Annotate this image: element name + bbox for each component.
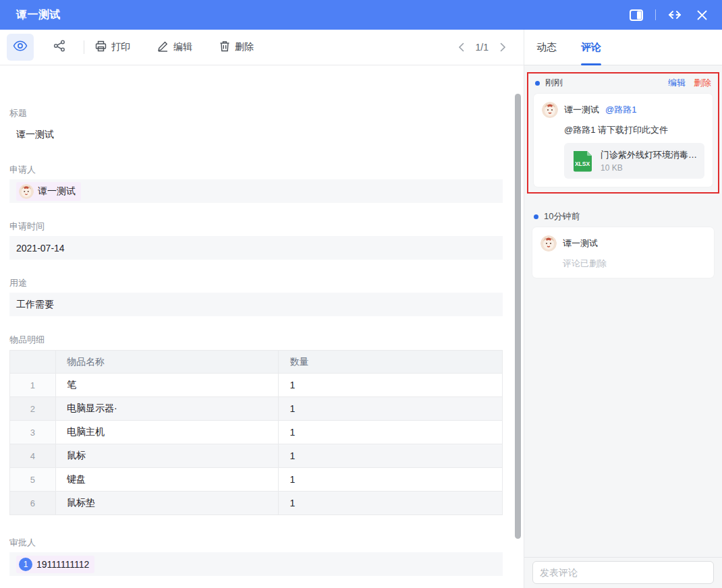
row-name: 鼠标垫 <box>55 492 279 515</box>
vertical-scrollbar[interactable] <box>515 94 521 539</box>
row-index: 4 <box>10 444 56 468</box>
approver-phone: 19111111112 <box>36 559 89 570</box>
comment-card: 谭一测试 评论已删除 <box>532 227 714 278</box>
resize-horizontal-icon[interactable] <box>667 7 683 23</box>
table-row: 6 鼠标垫 1 <box>10 492 503 515</box>
attachment-card[interactable]: XLSX 门诊紫外线灯环境消毒... .xlsx 10 KB <box>564 143 704 179</box>
table-header-index <box>10 351 56 374</box>
attachment-meta: 门诊紫外线灯环境消毒... .xlsx 10 KB <box>601 149 698 173</box>
row-name: 电脑主机 <box>55 421 279 444</box>
row-qty: 1 <box>279 421 503 444</box>
delete-button[interactable]: 删除 <box>219 40 254 54</box>
comment-delete-link[interactable]: 删除 <box>694 77 711 89</box>
document-toolbar: 打印 编辑 删除 1/1 <box>0 30 524 65</box>
sidebar-toggle-icon[interactable] <box>628 7 644 23</box>
row-index: 3 <box>10 421 56 444</box>
titlebar-divider <box>655 9 656 20</box>
approval-detail-window: 谭一测试 <box>0 0 722 588</box>
table-header-row: 物品名称 数量 <box>10 351 503 374</box>
row-name: 鼠标 <box>55 444 279 468</box>
comment-author-row: 谭一测试 <box>540 235 706 252</box>
svg-text:XLSX: XLSX <box>575 160 590 167</box>
row-qty: 1 <box>279 444 503 468</box>
table-header-qty: 数量 <box>279 351 503 374</box>
table-row: 5 键盘 1 <box>10 468 503 492</box>
titlebar-actions <box>628 7 710 23</box>
row-qty: 1 <box>279 468 503 492</box>
approver-label: 审批人 <box>9 537 36 549</box>
comment-mention[interactable]: @路路1 <box>605 104 636 116</box>
close-icon[interactable] <box>694 7 710 23</box>
comment-actions: 编辑 删除 <box>668 77 711 89</box>
titlebar: 谭一测试 <box>0 0 722 30</box>
comment-text: @路路1 请下载打印此文件 <box>564 124 704 136</box>
print-label: 打印 <box>111 41 130 53</box>
comment-composer <box>524 557 722 588</box>
row-qty: 1 <box>279 397 503 421</box>
table-row: 2 电脑显示器· 1 <box>10 397 503 421</box>
row-index: 1 <box>10 374 56 397</box>
eye-icon <box>13 40 28 54</box>
row-index: 6 <box>10 492 56 515</box>
items-label: 物品明细 <box>9 334 45 346</box>
comment-group-header: 刚刚 编辑 删除 <box>528 74 718 92</box>
items-table: 物品名称 数量 1 笔 1 2 电脑显示器· 1 3 电脑主机 1 <box>9 350 503 515</box>
page-indicator: 1/1 <box>476 42 489 53</box>
table-row: 3 电脑主机 1 <box>10 421 503 444</box>
table-row: 1 笔 1 <box>10 374 503 397</box>
field-value-title: 谭一测试 <box>16 129 54 141</box>
field-label-date: 申请时间 <box>9 220 45 233</box>
printer-icon <box>95 40 107 54</box>
field-label-purpose: 用途 <box>9 277 27 289</box>
avatar <box>19 184 34 199</box>
purpose-value: 工作需要 <box>16 299 54 311</box>
document-pane: 打印 编辑 删除 1/1 <box>0 30 524 588</box>
row-name: 电脑显示器· <box>55 397 279 421</box>
xlsx-file-icon: XLSX <box>571 150 594 173</box>
row-index: 5 <box>10 468 56 492</box>
pencil-icon <box>157 40 169 54</box>
tab-activity[interactable]: 动态 <box>536 30 557 65</box>
avatar <box>540 235 557 252</box>
approver-value: 1 19111111112 <box>9 552 503 576</box>
panel-tabs: 动态 评论 <box>524 30 722 65</box>
attachment-size: 10 KB <box>601 163 698 173</box>
member-chip[interactable]: 谭一测试 <box>16 182 81 201</box>
approver-chip[interactable]: 1 19111111112 <box>16 556 94 573</box>
chevron-left-icon[interactable] <box>454 40 469 55</box>
toolbar-divider <box>84 40 84 54</box>
field-value-date: 2021-07-14 <box>9 236 503 260</box>
row-name: 键盘 <box>55 468 279 492</box>
comments-panel: 动态 评论 刚刚 编辑 删除 谭一测试 @路路1 <box>524 30 722 588</box>
comment-group: 10分钟前 谭一测试 评论已删除 <box>527 207 719 278</box>
table-row: 4 鼠标 1 <box>10 444 503 468</box>
comment-input[interactable] <box>532 561 714 584</box>
comment-card: 谭一测试 @路路1 @路路1 请下载打印此文件 XLSX 门诊紫外线灯环境消毒.… <box>534 94 713 187</box>
avatar <box>542 102 558 118</box>
chevron-right-icon[interactable] <box>495 40 510 55</box>
edit-button[interactable]: 编辑 <box>157 40 192 54</box>
comment-deleted-text: 评论已删除 <box>563 258 706 270</box>
member-name: 谭一测试 <box>38 185 76 198</box>
preview-button[interactable] <box>7 34 34 61</box>
row-name: 笔 <box>55 374 279 397</box>
edit-label: 编辑 <box>173 41 192 53</box>
share-button[interactable] <box>46 34 73 61</box>
field-label-title: 标题 <box>9 107 27 119</box>
tab-comments[interactable]: 评论 <box>581 30 601 65</box>
row-qty: 1 <box>279 492 503 515</box>
attachment-name: 门诊紫外线灯环境消毒... .xlsx <box>601 149 698 161</box>
row-qty: 1 <box>279 374 503 397</box>
comment-author-row: 谭一测试 @路路1 <box>542 102 704 118</box>
comment-edit-link[interactable]: 编辑 <box>668 77 686 89</box>
approver-count-badge: 1 <box>19 558 32 571</box>
print-button[interactable]: 打印 <box>95 40 130 54</box>
form-content: 标题 谭一测试 申请人 谭一测试 申请时间 2021-07-14 用途 工作需要… <box>0 65 524 588</box>
timeline-dot <box>535 81 540 86</box>
comment-author-name: 谭一测试 <box>564 104 599 116</box>
pagination: 1/1 <box>454 40 510 55</box>
comment-author-name: 谭一测试 <box>563 237 598 249</box>
field-label-applicant: 申请人 <box>9 164 36 176</box>
row-index: 2 <box>10 397 56 421</box>
comment-time: 10分钟前 <box>544 210 580 223</box>
